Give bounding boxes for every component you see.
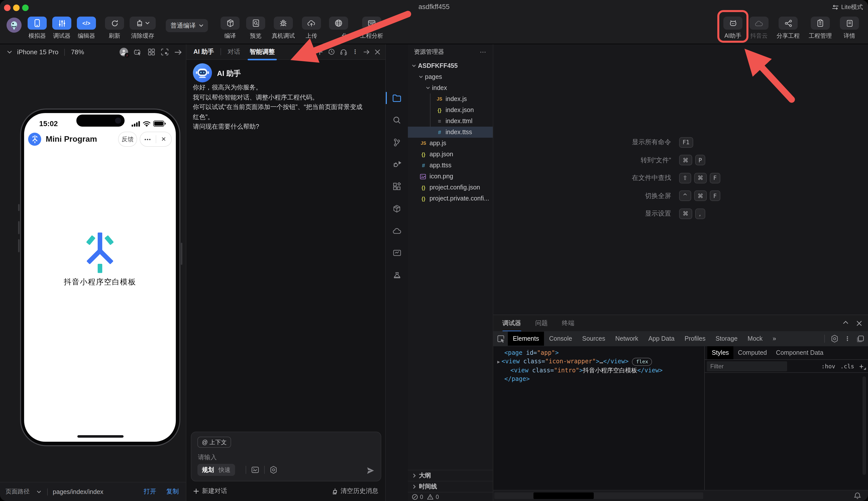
tab-debugger[interactable]: 调试器 <box>502 319 521 327</box>
code-line[interactable]: <page id="app"> <box>497 349 663 357</box>
history-icon[interactable] <box>328 48 335 55</box>
tree-file[interactable]: {}index.json <box>408 105 493 116</box>
devtools-tab-network[interactable]: Network <box>610 332 643 346</box>
toolbar-share-project[interactable]: 分享工程 <box>775 17 801 40</box>
toolbar-editor[interactable]: </> 编辑器 <box>77 17 96 40</box>
tree-file[interactable]: {}app.json <box>408 149 493 160</box>
zoom-level[interactable]: 78% <box>71 48 84 56</box>
tree-folder-pages[interactable]: pages <box>408 71 493 83</box>
feedback-button[interactable]: 反馈 <box>118 132 137 147</box>
toolbar-refresh[interactable]: 刷新 <box>105 17 124 40</box>
activity-monitor-icon[interactable] <box>386 244 408 261</box>
robot-cursor-icon[interactable] <box>134 48 142 56</box>
open-path-button[interactable]: 打开 <box>144 488 156 496</box>
toolbar-globe[interactable]: 化 <box>329 17 348 40</box>
activity-cloud-icon[interactable] <box>386 222 408 239</box>
settings-hexagon-icon[interactable] <box>831 335 838 343</box>
notification-bell-icon[interactable] <box>854 492 861 500</box>
activity-debug-icon[interactable] <box>386 156 408 173</box>
activity-test-icon[interactable] <box>386 266 408 284</box>
tree-file[interactable]: {}project.config.json <box>408 182 493 193</box>
cls-toggle[interactable]: .cls <box>840 363 854 370</box>
toolbar-compile[interactable]: 编译 <box>220 17 240 40</box>
image-attach-icon[interactable] <box>251 466 259 473</box>
add-style-button[interactable]: + <box>859 362 866 370</box>
send-icon[interactable] <box>366 466 375 475</box>
hov-toggle[interactable]: :hov <box>821 363 835 370</box>
mode-plan-option[interactable]: 规划 <box>202 466 214 474</box>
toolbar-upload[interactable]: 上传 <box>302 17 321 40</box>
devtools-tab-storage[interactable]: Storage <box>710 332 743 346</box>
styles-tab[interactable]: Styles <box>707 346 734 359</box>
close-miniapp-button[interactable]: ✕ <box>156 136 171 143</box>
toolbar-preview[interactable]: 预览 <box>246 17 265 40</box>
headset-icon[interactable] <box>340 49 347 55</box>
tree-file[interactable]: {}project.private.confi... <box>408 193 493 204</box>
explorer-more-icon[interactable]: ⋯ <box>480 48 487 55</box>
compile-mode-select[interactable]: 普通编译 <box>166 19 208 32</box>
tree-root[interactable]: ASDFKFF455 <box>408 60 493 71</box>
activity-explorer-icon[interactable] <box>386 89 408 107</box>
toolbar-simulator[interactable]: 模拟器 <box>28 17 47 40</box>
expand-panel-icon[interactable] <box>843 320 848 326</box>
activity-search-icon[interactable] <box>386 111 408 129</box>
new-chat-icon[interactable] <box>316 49 323 55</box>
detach-arrow-icon[interactable] <box>174 49 182 55</box>
devtools-tab-profiles[interactable]: Profiles <box>680 332 710 346</box>
tab-problems[interactable]: 问题 <box>535 319 548 327</box>
tree-file-selected[interactable]: #index.ttss <box>408 127 493 138</box>
disclosure-triangle-icon[interactable]: ▶ <box>497 359 500 364</box>
toolbar-project-manage[interactable]: 工程管理 <box>807 17 833 40</box>
more-tabs-icon[interactable]: » <box>768 332 781 346</box>
toolbar-clear-cache[interactable]: 清除缓存 <box>129 17 157 40</box>
context-chip[interactable]: @ 上下文 <box>197 437 231 448</box>
devtools-tab-console[interactable]: Console <box>544 332 577 346</box>
styles-filter-input[interactable] <box>707 361 787 371</box>
user-avatar[interactable] <box>7 18 22 33</box>
kebab-menu-icon[interactable]: ⋮ <box>844 335 850 342</box>
tree-file[interactable]: icon.png <box>408 171 493 182</box>
toolbar-ai-assistant[interactable]: AI助手 <box>722 17 744 40</box>
inspect-icon[interactable] <box>497 335 505 342</box>
collapse-right-icon[interactable] <box>363 49 370 54</box>
screenshot-icon[interactable] <box>161 48 169 56</box>
problems-status[interactable]: 0 0 <box>408 492 493 501</box>
component-data-tab[interactable]: Component Data <box>771 346 828 359</box>
dock-side-icon[interactable] <box>856 335 864 342</box>
flex-badge[interactable]: flex <box>632 358 652 366</box>
more-button[interactable]: ••• <box>140 136 155 142</box>
copy-path-button[interactable]: 复制 <box>166 488 179 496</box>
code-line[interactable]: ▶<view class="icon-wrapper">…</view>flex <box>497 357 663 366</box>
devtools-tab-sources[interactable]: Sources <box>577 332 610 346</box>
tree-file[interactable]: ≡index.ttml <box>408 116 493 127</box>
grid-icon[interactable] <box>148 48 155 56</box>
toolbar-device-debug[interactable]: 真机调试 <box>269 17 297 40</box>
devtools-tab-appdata[interactable]: App Data <box>643 332 680 346</box>
scan-hexagon-icon[interactable] <box>270 466 277 474</box>
computed-tab[interactable]: Computed <box>734 346 771 359</box>
devtools-tab-mock[interactable]: Mock <box>743 332 768 346</box>
tab-terminal[interactable]: 终端 <box>562 319 574 327</box>
new-conversation-button[interactable]: 新建对话 <box>193 487 227 495</box>
activity-source-control-icon[interactable] <box>386 134 408 151</box>
tab-smart-adjust[interactable]: 智能调整 <box>250 47 275 56</box>
devtools-tab-elements[interactable]: Elements <box>508 332 544 346</box>
tree-file[interactable]: #app.ttss <box>408 160 493 171</box>
clear-history-button[interactable]: 清空历史消息 <box>331 487 378 495</box>
elements-hscrollbar[interactable] <box>494 492 703 499</box>
outline-section[interactable]: 大纲 <box>408 470 493 481</box>
toolbar-debugger[interactable]: 调试器 <box>52 17 71 40</box>
tree-folder-index[interactable]: index <box>408 83 493 94</box>
styles-scrollbar[interactable] <box>862 376 866 475</box>
toolbar-analysis[interactable]: 工程分析 <box>358 17 386 40</box>
kebab-menu-icon[interactable]: ⋮ <box>352 48 358 55</box>
tree-file[interactable]: JSapp.js <box>408 138 493 149</box>
close-panel-icon[interactable] <box>856 320 862 326</box>
toolbar-douyin-cloud[interactable]: 抖音云 <box>749 17 769 40</box>
activity-extensions-icon[interactable] <box>386 178 408 195</box>
toolbar-details[interactable]: 详情 <box>840 17 859 40</box>
account-avatar-icon[interactable]: ♪ <box>120 48 128 56</box>
tree-file[interactable]: JSindex.js <box>408 94 493 105</box>
code-line[interactable]: </page> <box>497 375 663 383</box>
activity-package-icon[interactable] <box>386 200 408 217</box>
